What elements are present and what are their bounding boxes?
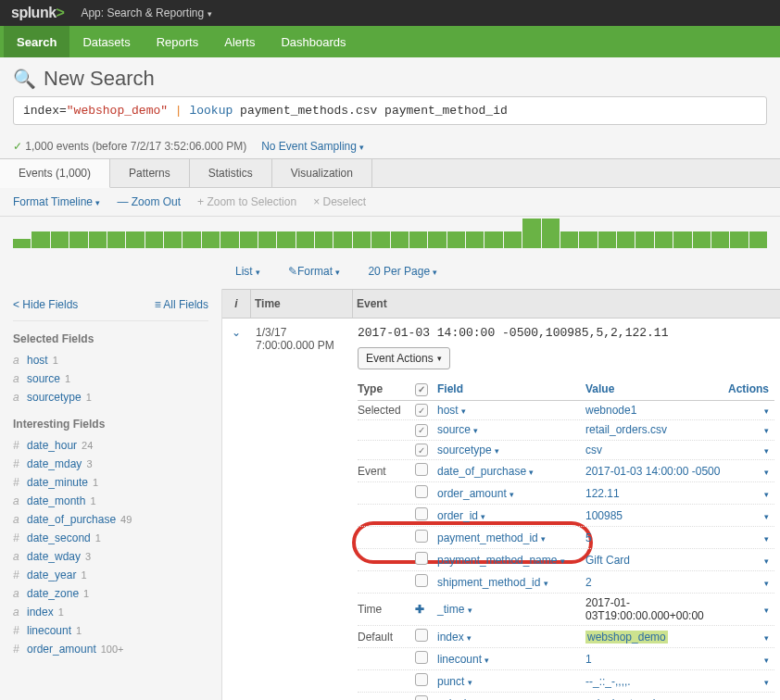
list-mode[interactable]: List ▾: [235, 265, 260, 278]
field-checkbox[interactable]: [415, 673, 428, 686]
field-action[interactable]: ▾: [723, 509, 774, 522]
fields-sidebar: < Hide Fields ≡ All Fields Selected Fiel…: [0, 289, 222, 700]
field-link[interactable]: asource 1: [13, 369, 208, 388]
field-name[interactable]: linecount ▾: [437, 653, 585, 666]
field-row: Selectedhost ▾webnode1▾: [358, 401, 774, 421]
field-value[interactable]: retail_orders.csv: [585, 423, 723, 436]
field-link[interactable]: aindex 1: [13, 603, 208, 621]
field-action[interactable]: ▾: [723, 554, 774, 567]
field-row: shipment_method_id ▾2▾: [358, 571, 774, 594]
app-selector[interactable]: App: Search & Reporting ▾: [81, 6, 211, 19]
field-checkbox[interactable]: [415, 444, 428, 456]
sampling-dropdown[interactable]: No Event Sampling ▾: [261, 140, 364, 153]
field-action[interactable]: ▾: [723, 465, 774, 478]
field-name[interactable]: host ▾: [437, 404, 585, 417]
tab-statistics[interactable]: Statistics: [190, 159, 272, 187]
event-actions-button[interactable]: Event Actions ▾: [358, 347, 450, 369]
field-link[interactable]: #linecount 1: [13, 621, 208, 640]
field-name[interactable]: order_amount ▾: [437, 487, 585, 500]
field-link[interactable]: #date_year 1: [13, 566, 208, 584]
hide-fields[interactable]: < Hide Fields: [13, 298, 78, 311]
field-name[interactable]: splunk_server ▾: [437, 697, 585, 701]
field-link[interactable]: #date_mday 3: [13, 455, 208, 473]
field-value[interactable]: webshop_demo: [585, 631, 723, 644]
field-action[interactable]: ▾: [723, 675, 774, 688]
field-link[interactable]: adate_of_purchase 49: [13, 510, 208, 529]
field-action[interactable]: ▾: [723, 576, 774, 589]
field-name[interactable]: _time ▾: [437, 603, 585, 616]
field-link[interactable]: adate_wday 3: [13, 547, 208, 566]
all-fields[interactable]: ≡ All Fields: [155, 298, 208, 311]
field-action[interactable]: ▾: [723, 487, 774, 500]
field-link[interactable]: adate_zone 1: [13, 584, 208, 603]
event-time: 1/3/17 7:00:00.000 PM: [250, 319, 352, 700]
field-row: Eventdate_of_purchase ▾2017-01-03 14:00:…: [358, 460, 774, 482]
field-checkbox[interactable]: [415, 530, 428, 543]
field-value[interactable]: csv: [585, 444, 723, 456]
field-checkbox[interactable]: [415, 404, 428, 417]
nav-reports[interactable]: Reports: [144, 26, 212, 57]
field-checkbox[interactable]: [415, 629, 428, 642]
format-dropdown[interactable]: ✎Format ▾: [288, 265, 340, 278]
field-value[interactable]: 122.11: [585, 487, 723, 500]
field-value[interactable]: 2017-01-03T19:00:00.000+00:00: [585, 596, 723, 622]
nav-search[interactable]: Search: [4, 26, 69, 57]
field-value[interactable]: webnode1: [585, 404, 723, 417]
field-checkbox[interactable]: [415, 485, 428, 498]
field-value[interactable]: 1: [585, 653, 723, 666]
field-name[interactable]: index ▾: [437, 631, 585, 644]
field-link[interactable]: #order_amount 100+: [13, 640, 208, 658]
field-action[interactable]: ▾: [723, 531, 774, 544]
field-action[interactable]: ▾: [723, 653, 774, 666]
field-name[interactable]: shipment_method_id ▾: [437, 576, 585, 589]
field-row: Defaultindex ▾webshop_demo▾: [358, 626, 774, 648]
field-name[interactable]: source ▾: [437, 423, 585, 436]
format-timeline[interactable]: Format Timeline ▾: [13, 195, 100, 208]
nav-dashboards[interactable]: Dashboards: [268, 26, 359, 57]
field-value[interactable]: 100985: [585, 509, 723, 522]
field-value[interactable]: 2: [585, 576, 723, 589]
field-link[interactable]: #date_minute 1: [13, 473, 208, 492]
field-name[interactable]: payment_method_id ▾: [437, 531, 585, 544]
tab-patterns[interactable]: Patterns: [110, 159, 190, 187]
field-name[interactable]: sourcetype ▾: [437, 444, 585, 456]
field-checkbox[interactable]: [415, 574, 428, 587]
field-name[interactable]: order_id ▾: [437, 509, 585, 522]
tab-events[interactable]: Events (1,000): [0, 159, 110, 188]
tab-visualization[interactable]: Visualization: [272, 159, 372, 187]
field-value[interactable]: 2017-01-03 14:00:00 -0500: [585, 465, 723, 478]
field-checkbox[interactable]: [415, 695, 428, 700]
expand-toggle[interactable]: ⌄: [222, 319, 250, 700]
per-page-dropdown[interactable]: 20 Per Page ▾: [368, 265, 437, 278]
field-link[interactable]: #date_second 1: [13, 529, 208, 547]
nav-alerts[interactable]: Alerts: [211, 26, 268, 57]
field-action[interactable]: ▾: [723, 423, 774, 436]
field-link[interactable]: ahost 1: [13, 351, 208, 369]
field-link[interactable]: adate_month 1: [13, 492, 208, 510]
zoom-out[interactable]: — Zoom Out: [117, 195, 181, 208]
field-action[interactable]: ▾: [723, 697, 774, 701]
field-checkbox[interactable]: [415, 507, 428, 520]
field-action[interactable]: ▾: [723, 603, 774, 616]
field-name[interactable]: punct ▾: [437, 675, 585, 688]
field-value[interactable]: --_::_-,,,,.: [585, 675, 723, 688]
field-value[interactable]: Gift Card: [585, 554, 723, 567]
field-link[interactable]: #date_hour 24: [13, 436, 208, 455]
field-action[interactable]: ▾: [723, 444, 774, 456]
field-name[interactable]: payment_method_name ▾: [437, 554, 585, 567]
field-value[interactable]: splunkenterprise: [585, 697, 723, 701]
select-all-checkbox[interactable]: [415, 383, 428, 396]
nav-datasets[interactable]: Datasets: [69, 26, 143, 57]
field-checkbox[interactable]: [415, 424, 428, 437]
field-action[interactable]: ▾: [723, 631, 774, 644]
field-action[interactable]: ▾: [723, 404, 774, 417]
field-checkbox[interactable]: [415, 651, 428, 664]
field-link[interactable]: asourcetype 1: [13, 388, 208, 406]
field-checkbox[interactable]: [415, 552, 428, 565]
field-checkbox[interactable]: [415, 463, 428, 476]
search-input[interactable]: index="webshop_demo" | lookup payment_me…: [13, 96, 767, 125]
field-value[interactable]: 5: [585, 531, 723, 544]
field-name[interactable]: date_of_purchase ▾: [437, 465, 585, 478]
timeline-chart[interactable]: [0, 217, 780, 254]
col-time[interactable]: Time: [250, 290, 352, 318]
